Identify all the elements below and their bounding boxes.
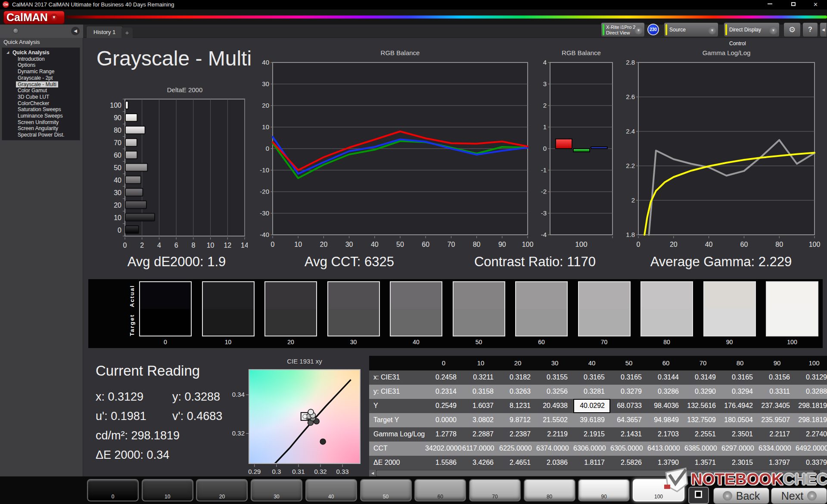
display-control-dropdown[interactable]: Direct Display Control ▼ <box>724 22 780 37</box>
table-cell[interactable]: 2.2551 <box>684 427 721 442</box>
table-cell[interactable]: 0.2549 <box>425 399 462 413</box>
table-cell[interactable]: 39.6189 <box>573 413 610 427</box>
table-cell[interactable]: 1.8117 <box>573 456 610 470</box>
level-button-50[interactable]: 50 <box>360 479 412 501</box>
table-cell[interactable]: 2.2119 <box>536 427 573 442</box>
table-cell[interactable]: 2.3015 <box>721 456 759 470</box>
table-cell[interactable]: 235.9507 <box>759 413 796 427</box>
toolbar-collapse-button[interactable]: ◀ <box>820 22 827 37</box>
sidebar-item-screen-angularity[interactable]: Screen Angularity <box>16 125 60 131</box>
table-cell[interactable]: 0.2458 <box>425 370 462 385</box>
table-cell[interactable]: 6306.0000 <box>573 442 610 456</box>
add-tab-button[interactable]: + <box>121 28 133 38</box>
table-cell[interactable]: 0.3155 <box>536 370 573 385</box>
sidebar-item-dynamic-range[interactable]: Dynamic Range <box>16 68 56 75</box>
table-cell[interactable]: 0.3129 <box>796 370 827 385</box>
table-cell[interactable]: 298.1819 <box>796 413 827 427</box>
table-cell[interactable]: 94.9849 <box>647 413 684 427</box>
table-cell[interactable]: 3.0802 <box>462 413 499 427</box>
table-cell[interactable]: 6334.0000 <box>759 442 796 456</box>
table-cell[interactable]: 2.4651 <box>499 456 536 470</box>
table-scrollbar[interactable]: ◀ ▶ <box>369 470 827 476</box>
help-button[interactable]: ? <box>802 22 818 37</box>
table-cell[interactable]: 34202.0000 <box>425 442 462 456</box>
table-cell[interactable]: 0.3165 <box>610 370 647 385</box>
back-button[interactable]: « Back <box>713 488 769 504</box>
table-cell[interactable]: 0.3156 <box>759 370 796 385</box>
table-cell[interactable]: 180.0504 <box>721 413 759 427</box>
table-cell[interactable]: 298.1819 <box>796 399 827 413</box>
scrollbar-thumb[interactable] <box>376 470 814 476</box>
sidebar-item-options[interactable]: Options <box>16 62 37 68</box>
table-cell[interactable]: 64.3657 <box>610 413 647 427</box>
sidebar-item-saturation-sweeps[interactable]: Saturation Sweeps <box>16 106 63 112</box>
table-cell[interactable]: 6413.0000 <box>647 442 684 456</box>
table-cell[interactable]: 0.3288 <box>796 385 827 399</box>
table-cell[interactable]: 6385.0000 <box>684 442 721 456</box>
level-button-40[interactable]: 40 <box>305 479 357 501</box>
sidebar-collapse-button[interactable]: ◀ <box>71 27 80 35</box>
level-button-30[interactable]: 30 <box>251 479 302 501</box>
meter-count-badge[interactable]: 230 <box>647 24 659 35</box>
table-cell[interactable]: 3.4266 <box>462 456 499 470</box>
sidebar-item-colorchecker[interactable]: ColorChecker <box>16 100 51 106</box>
table-cell[interactable]: 6297.0000 <box>721 442 759 456</box>
source-dropdown[interactable]: Source ▼ <box>664 22 718 37</box>
table-cell[interactable]: 0.3311 <box>759 385 796 399</box>
level-button-70[interactable]: 70 <box>469 479 521 501</box>
scroll-left-icon[interactable]: ◀ <box>369 470 376 476</box>
sidebar-item-color-gamut[interactable]: Color Gamut <box>16 87 49 93</box>
scroll-right-icon[interactable]: ▶ <box>820 470 827 476</box>
settings-button[interactable]: ⚙ <box>783 22 801 37</box>
table-cell[interactable]: 6374.0000 <box>536 442 573 456</box>
table-cell[interactable]: 132.7509 <box>684 413 721 427</box>
sidebar-item-grayscale-2pt[interactable]: Grayscale - 2pt <box>16 75 54 81</box>
table-cell[interactable]: 132.5616 <box>684 399 721 413</box>
sidebar-item-screen-uniformity[interactable]: Screen Uniformity <box>16 119 60 125</box>
table-cell[interactable]: 176.4942 <box>721 399 759 413</box>
table-cell[interactable]: 0.3149 <box>684 370 721 385</box>
sidebar-item-spectral-power-dist[interactable]: Spectral Power Dist. <box>16 132 66 138</box>
table-cell[interactable]: 0.3294 <box>721 385 759 399</box>
table-cell[interactable]: 1.5586 <box>425 456 462 470</box>
sidebar-item-grayscale-multi[interactable]: Grayscale - Multi <box>16 81 58 87</box>
sidebar-item-quick-analysis[interactable]: Quick Analysis <box>11 50 51 56</box>
table-cell[interactable]: 1.3790 <box>647 456 684 470</box>
table-cell[interactable]: 1.3571 <box>684 456 721 470</box>
table-cell[interactable]: 1.2778 <box>425 427 462 442</box>
table-cell[interactable]: 6492.0000 <box>796 442 827 456</box>
close-button[interactable]: ✕ <box>806 0 825 9</box>
table-cell[interactable]: 6305.0000 <box>610 442 647 456</box>
table-cell[interactable]: 2.2887 <box>462 427 499 442</box>
level-button-20[interactable]: 20 <box>196 479 248 501</box>
table-cell[interactable]: 6225.0000 <box>499 442 536 456</box>
sidebar-item-luminance-sweeps[interactable]: Luminance Sweeps <box>16 113 65 119</box>
table-cell[interactable]: 0.3290 <box>684 385 721 399</box>
table-cell[interactable]: 0.2314 <box>425 385 462 399</box>
next-button[interactable]: Next » <box>771 488 827 504</box>
sidebar-item-introduction[interactable]: Introduction <box>16 56 47 62</box>
table-cell[interactable]: 0.3211 <box>462 370 499 385</box>
level-button-90[interactable]: 90 <box>578 479 630 501</box>
table-cell[interactable]: 0.3279 <box>610 385 647 399</box>
table-cell[interactable]: 0.3281 <box>573 385 610 399</box>
calman-logo-menu[interactable]: CalMAN ▼ <box>3 11 65 24</box>
meter-dropdown[interactable]: X-Rite i1Pro 2 Direct View ▼ <box>601 22 645 37</box>
table-cell[interactable]: 98.4036 <box>647 399 684 413</box>
table-cell[interactable]: 0.3379 <box>796 456 827 470</box>
table-cell[interactable]: 0.3158 <box>462 385 499 399</box>
table-cell[interactable]: 0.3182 <box>499 370 536 385</box>
table-cell[interactable]: 9.8712 <box>499 413 536 427</box>
level-button-80[interactable]: 80 <box>524 479 575 501</box>
table-cell[interactable]: 0.0000 <box>425 413 462 427</box>
table-cell[interactable]: 0.3165 <box>721 370 759 385</box>
maximize-button[interactable] <box>783 0 803 9</box>
tree-expander-icon[interactable]: ◢ <box>6 50 9 54</box>
table-cell[interactable]: 0.3144 <box>647 370 684 385</box>
tab-history-1[interactable]: History 1 <box>86 26 123 38</box>
table-cell[interactable]: 1.3797 <box>759 456 796 470</box>
table-cell[interactable]: 2.0386 <box>536 456 573 470</box>
table-cell[interactable]: 8.1231 <box>499 399 536 413</box>
level-button-60[interactable]: 60 <box>414 479 466 501</box>
table-cell[interactable]: 2.2740 <box>796 427 827 442</box>
